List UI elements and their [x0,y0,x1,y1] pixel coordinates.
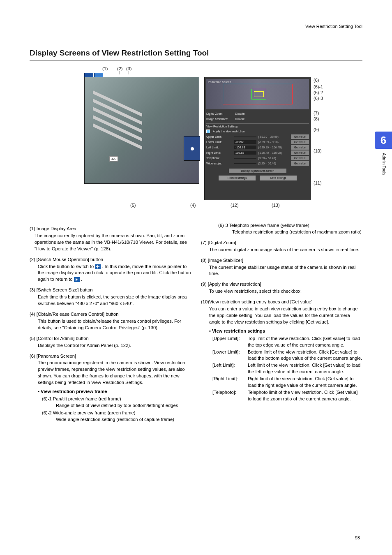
save-button[interactable]: Save settings [260,176,297,180]
left-column: (1) Image Display Area The image current… [30,222,191,423]
image-display-area[interactable]: 320 [84,77,199,184]
setting-key: [Right Limit]: [212,376,248,382]
limit-input[interactable] [234,158,256,159]
item-1-head: (1) Image Display Area [30,226,191,232]
limit-input[interactable]: -102.83 [234,146,256,149]
callout-6-3: (6)-3 [314,96,323,101]
callout-4: (4) [190,203,196,208]
callout-3: (3) [126,66,131,71]
restore-button[interactable]: Restore settings [219,176,256,180]
item-6-3: (6)-3 Telephoto preview frame (yellow fr… [218,222,362,236]
get-value-button[interactable]: Get value [291,134,309,139]
setting-key: [Left Limit]: [212,362,248,369]
display-panorama-button[interactable]: Display in panorama screen [229,169,286,173]
item-6-body: The panorama image registered in the cam… [38,360,191,386]
figure: (1) (2) (3) 320 Panorama Screen Digital … [73,66,319,214]
item-8-body: The current image stabilizer usage statu… [209,264,362,278]
item-10-body: You can enter a value in each view restr… [209,306,362,326]
limit-range: (3.20 – 60.40) [258,157,289,160]
item-8-head: (8) [Image Stabilizer] [201,257,362,264]
item-2-text-c: . [81,277,82,282]
item-3-head: (3) [Switch Screen Size] button [30,287,191,294]
callout-6-1: (6)-1 [314,84,323,89]
panorama-title: Panorama Screen [208,81,231,83]
item-4-head: (4) [Obtain/Release Camera Control] butt… [30,311,191,318]
panorama-screen[interactable]: Panorama Screen [206,79,309,109]
size-badge: 320 [109,156,118,162]
right-column: (6)-3 Telephoto preview frame (yellow fr… [201,222,362,423]
item-2-text-a: Click the button to switch to [38,264,95,269]
item-10-subhead: View restriction settings [209,328,362,335]
item-6-1: (6)-1 Pan/tilt preview frame (red frame)… [42,396,191,409]
item-6-subhead: View restriction preview frame [38,388,191,395]
limit-range: (-166.40 – 180.00) [258,151,289,154]
apply-checkbox[interactable] [206,130,210,133]
item-2-body: Click the button to switch to . In this … [38,264,191,283]
callout-13: (13) [272,203,280,208]
get-value-button[interactable]: Get value [291,140,309,144]
callout-7: (7) [314,111,319,116]
callout-11: (11) [314,180,322,185]
chapter-tab: 6 [375,132,392,149]
settings-panel: Panorama Screen Digital Zoom:Disable Ima… [204,77,311,200]
setting-desc: Left limit of the view restriction. Clic… [248,362,362,375]
item-2-head: (2) [Switch Mouse Operation] button [30,257,191,263]
item-9-body: To use view restrictions, select this ch… [209,288,362,295]
vrs-heading: View Restriction Settings [206,123,309,128]
limit-label: Upper Limit: [206,135,233,138]
item-4-body: This button is used to obtain/release th… [38,318,191,331]
apply-label: Apply the view restriction [213,130,244,133]
callout-1: (1) [102,66,108,71]
plus-icon [95,264,101,269]
item-1-body: The image currently captured by the came… [35,233,191,252]
callout-6-2: (6)-2 [314,90,323,95]
item-6-head: (6) [Panorama Screen] [30,353,191,360]
get-value-button[interactable]: Get value [291,150,309,155]
limit-label: Telephoto: [206,157,233,160]
setting-key: [Telephoto]: [212,389,248,396]
limit-label: Left Limit: [206,146,233,149]
setting-key: [Lower Limit]: [212,349,248,356]
setting-desc: Bottom limit of the view restriction. Cl… [248,349,362,362]
telephoto-frame[interactable] [254,91,264,97]
is-value: Disable [235,118,244,120]
callout-12: (12) [231,203,239,208]
get-value-button[interactable]: Get value [291,156,309,160]
setting-desc: Telephoto limit of the view restriction.… [248,389,362,402]
callout-2: (2) [117,66,122,71]
callout-10: (10) [314,148,322,153]
item-7-head: (7) [Digital Zoom] [201,240,362,246]
setting-desc: Top limit of the view restriction. Click… [248,335,362,349]
restriction-settings-list: [Upper Limit]:Top limit of the view rest… [212,335,362,402]
setting-key: [Upper Limit]: [212,335,248,342]
item-6-1-body: Range of field of view defined by top/ b… [56,402,191,409]
callout-5: (5) [130,203,136,208]
callout-8: (8) [314,116,319,121]
section-heading: Display Screens of View Restriction Sett… [30,49,362,60]
limit-range: (-179.99 – 166.40) [258,146,289,149]
limit-input[interactable]: 102.83 [234,151,256,155]
camera-control-button[interactable] [184,136,200,161]
get-value-button[interactable]: Get value [291,145,309,150]
is-label: Image Stabilizer: [206,118,233,120]
callout-6: (6) [314,78,319,83]
item-5-body: Displays the Control for Admin Panel (p.… [38,342,191,349]
item-7-body: The current digital zoom usage status of… [209,247,362,253]
limit-label: Right Limit: [206,151,233,154]
dz-value: Disable [235,112,244,115]
limit-range: (3.20 – 60.40) [258,162,289,165]
page-number: 93 [355,535,360,540]
limit-input[interactable]: -83.92 [234,140,256,144]
get-value-button[interactable]: Get value [291,161,309,166]
item-9-head: (9) [Apply the view restriction] [201,281,362,288]
item-6-3-body: Telephoto restriction setting (restricti… [232,229,362,236]
limit-range: (-109.99 – 9.18) [258,141,289,143]
item-3-body: Each time this button is clicked, the sc… [38,294,191,307]
callout-9: (9) [314,127,319,132]
item-10-head: (10)View restriction setting entry boxes… [201,299,362,305]
cursor-icon [74,277,80,282]
limit-input[interactable] [234,163,256,164]
limit-input[interactable] [234,136,256,137]
limit-range: (-86.10 – 26.99) [258,135,289,138]
chapter-label: Admin Tools [382,153,386,175]
